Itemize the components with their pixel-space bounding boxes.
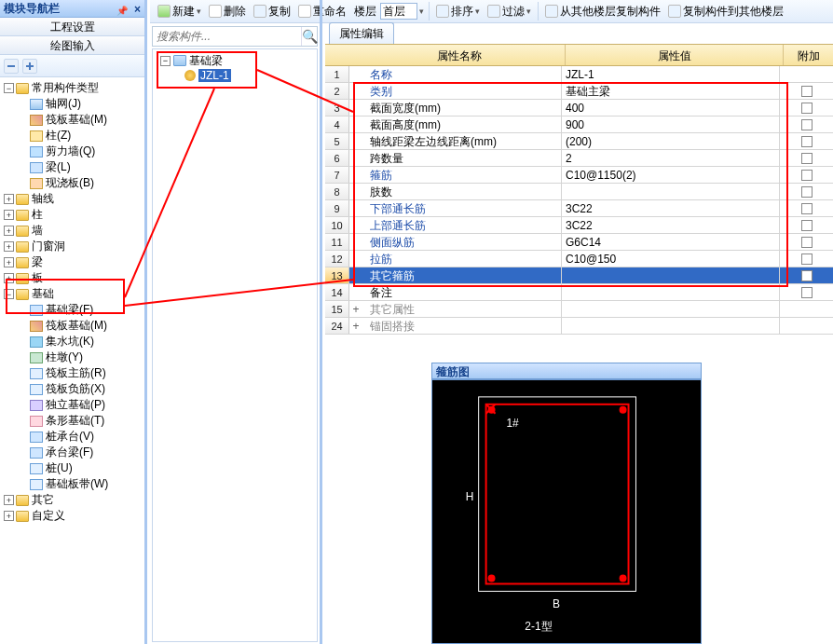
addon-checkbox[interactable] <box>801 136 813 147</box>
property-row[interactable]: 12 拉筋 C10@150 <box>325 251 833 267</box>
property-row[interactable]: 6 跨数量 2 <box>325 150 833 167</box>
nav-title-bar: 模块导航栏 📌 × <box>0 0 144 18</box>
folder-icon <box>16 83 29 94</box>
component-icon <box>184 70 196 81</box>
tree-item[interactable]: 独立基础(P) <box>46 397 105 413</box>
addon-checkbox[interactable] <box>801 86 813 97</box>
folder-icon <box>16 241 29 253</box>
floor-select[interactable] <box>380 3 417 20</box>
tree-item[interactable]: 柱墩(Y) <box>46 349 83 365</box>
addon-checkbox[interactable] <box>801 170 813 181</box>
header-name: 属性名称 <box>353 45 566 65</box>
tree-item[interactable]: 承台梁(F) <box>46 445 93 460</box>
fbeam-icon <box>30 305 43 316</box>
copyto-icon <box>668 5 681 18</box>
property-row[interactable]: 8 肢数 <box>325 184 833 200</box>
filter-button[interactable]: 过滤 <box>484 1 535 21</box>
property-row[interactable]: 7 箍筋 C10@1150(2) <box>325 167 833 184</box>
tree-item[interactable]: 基础板带(W) <box>46 476 108 492</box>
folder-icon <box>16 289 29 300</box>
tree-item[interactable]: 筏板负筋(X) <box>46 381 105 397</box>
property-row-selected[interactable]: 13 其它箍筋 <box>325 267 833 284</box>
slab-icon <box>30 178 43 189</box>
search-input[interactable] <box>153 27 301 46</box>
sort-button[interactable]: 排序 <box>432 1 484 21</box>
property-row-collapsed[interactable]: 24+ 锚固搭接 <box>325 318 833 335</box>
tree-item[interactable]: 轴网(J) <box>46 96 81 112</box>
nav-sub-drawing[interactable]: 绘图输入 <box>0 36 144 55</box>
pin-icon[interactable]: 📌 <box>116 2 128 20</box>
addon-checkbox[interactable] <box>801 203 813 214</box>
search-icon[interactable]: 🔍 <box>301 27 318 46</box>
tab-property-edit[interactable]: 属性编辑 <box>329 22 394 44</box>
property-row[interactable]: 2 类别 基础主梁 <box>325 83 833 100</box>
pier-icon <box>30 352 43 363</box>
component-instance-tree[interactable]: −基础梁 JZL-1 <box>152 48 318 642</box>
svg-point-3 <box>620 406 627 414</box>
property-row[interactable]: 11 侧面纵筋 G6C14 <box>325 234 833 251</box>
folder-icon <box>16 495 29 506</box>
isofound-icon <box>30 400 43 411</box>
tree-root[interactable]: 常用构件类型 <box>32 80 99 96</box>
folder-icon <box>16 511 29 522</box>
close-icon[interactable]: × <box>134 1 141 19</box>
tree-item[interactable]: 筏板主筋(R) <box>46 365 106 381</box>
expand-icon[interactable] <box>22 59 37 74</box>
addon-checkbox[interactable] <box>801 270 813 281</box>
component-type-tree[interactable]: −常用构件类型 轴网(J) 筏板基础(M) 柱(Z) 剪力墙(Q) 梁(L) 现… <box>0 77 144 642</box>
copy-from-floor-button[interactable]: 从其他楼层复制构件 <box>541 1 664 21</box>
addon-checkbox[interactable] <box>801 237 813 248</box>
tree-group-foundation[interactable]: 基础 <box>32 286 54 302</box>
grid-icon <box>30 99 43 110</box>
tree-item[interactable]: 桩承台(V) <box>46 429 94 445</box>
tree-item[interactable]: 柱(Z) <box>46 128 71 144</box>
svg-point-4 <box>488 575 496 582</box>
property-row-collapsed[interactable]: 15+ 其它属性 <box>325 301 833 318</box>
tree-group[interactable]: 梁 <box>32 254 43 270</box>
tree-group[interactable]: 其它 <box>32 492 54 508</box>
copy-to-floor-button[interactable]: 复制构件到其他楼层 <box>664 1 787 21</box>
tree-item[interactable]: 现浇板(B) <box>46 175 94 191</box>
tree-item[interactable]: 梁(L) <box>46 159 71 175</box>
nav-title: 模块导航栏 <box>4 2 60 15</box>
property-row[interactable]: 4 截面高度(mm) 900 <box>325 116 833 133</box>
addon-checkbox[interactable] <box>801 153 813 164</box>
tree-item[interactable]: 条形基础(T) <box>46 413 104 429</box>
addon-checkbox[interactable] <box>801 119 813 130</box>
addon-checkbox[interactable] <box>801 186 813 198</box>
property-row[interactable]: 9 下部通长筋 3C22 <box>325 200 833 217</box>
property-row[interactable]: 3 截面宽度(mm) 400 <box>325 100 833 116</box>
folder-icon <box>16 194 29 205</box>
raft-icon <box>30 115 43 126</box>
tree-item[interactable]: 筏板基础(M) <box>46 112 107 128</box>
header-value: 属性值 <box>566 45 784 65</box>
nav-sub-project[interactable]: 工程设置 <box>0 18 144 36</box>
diag-label-b: B <box>553 597 560 610</box>
property-row[interactable]: 14 备注 <box>325 284 833 301</box>
pilecap-icon <box>30 432 43 443</box>
addon-checkbox[interactable] <box>801 220 813 231</box>
ctree-parent[interactable]: 基础梁 <box>189 53 223 69</box>
tree-item[interactable]: 筏板基础(M) <box>46 318 107 334</box>
tree-item[interactable]: 剪力墙(Q) <box>46 144 95 159</box>
property-row[interactable]: 10 上部通长筋 3C22 <box>325 217 833 234</box>
tree-group[interactable]: 柱 <box>32 207 43 223</box>
property-row[interactable]: 5 轴线距梁左边线距离(mm) (200) <box>325 133 833 150</box>
tree-item[interactable]: 桩(U) <box>46 460 73 476</box>
property-row[interactable]: 1 名称 JZL-1 <box>325 66 833 83</box>
tree-group[interactable]: 门窗洞 <box>32 239 65 254</box>
tree-group[interactable]: 墙 <box>32 223 43 239</box>
tree-group[interactable]: 轴线 <box>32 191 54 207</box>
svg-point-5 <box>620 575 627 582</box>
addon-checkbox[interactable] <box>801 287 813 298</box>
addon-checkbox[interactable] <box>801 103 813 114</box>
stripfound-icon <box>30 416 43 427</box>
addon-checkbox[interactable] <box>801 253 813 265</box>
collapse-icon[interactable] <box>4 59 19 74</box>
tree-group[interactable]: 自定义 <box>32 508 65 524</box>
tree-item[interactable]: 集水坑(K) <box>46 334 94 349</box>
tree-item-foundation-beam[interactable]: 基础梁(F) <box>46 302 93 318</box>
diag-label-1: 1# <box>506 417 519 430</box>
tree-group[interactable]: 板 <box>32 270 43 286</box>
ctree-selected[interactable]: JZL-1 <box>198 69 231 82</box>
